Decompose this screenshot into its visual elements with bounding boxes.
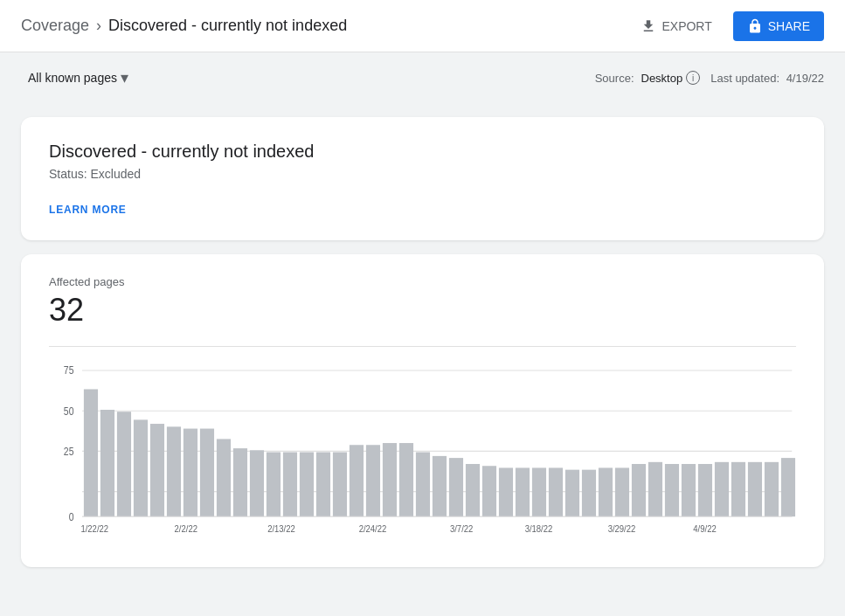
svg-rect-29 bbox=[416, 453, 430, 517]
svg-rect-14 bbox=[167, 426, 181, 516]
svg-rect-26 bbox=[366, 445, 380, 516]
svg-rect-50 bbox=[765, 462, 779, 516]
header-actions: EXPORT SHARE bbox=[630, 11, 824, 41]
svg-rect-23 bbox=[316, 453, 330, 517]
svg-rect-10 bbox=[100, 410, 114, 516]
svg-rect-30 bbox=[433, 456, 447, 516]
svg-text:3/7/22: 3/7/22 bbox=[450, 523, 474, 534]
svg-rect-19 bbox=[250, 450, 264, 516]
svg-rect-36 bbox=[532, 467, 546, 516]
svg-rect-21 bbox=[283, 453, 297, 517]
lock-icon bbox=[747, 18, 763, 34]
svg-rect-17 bbox=[217, 439, 231, 516]
export-icon bbox=[641, 18, 656, 34]
svg-rect-11 bbox=[117, 412, 131, 516]
svg-rect-46 bbox=[698, 464, 712, 516]
export-button[interactable]: EXPORT bbox=[630, 11, 722, 41]
svg-rect-37 bbox=[549, 467, 563, 516]
svg-rect-49 bbox=[748, 462, 762, 516]
learn-more-button[interactable]: LEARN MORE bbox=[49, 204, 127, 216]
svg-text:75: 75 bbox=[64, 365, 74, 377]
svg-rect-47 bbox=[715, 462, 729, 516]
filter-left: All known pages ▾ bbox=[21, 63, 135, 93]
chart-card: Affected pages 32 75 50 25 0 bbox=[21, 254, 824, 567]
pages-filter-dropdown[interactable]: All known pages ▾ bbox=[21, 63, 135, 93]
svg-text:0: 0 bbox=[69, 511, 74, 523]
svg-rect-12 bbox=[134, 419, 148, 516]
source-value: Desktop bbox=[641, 72, 683, 85]
svg-rect-22 bbox=[300, 453, 314, 517]
svg-rect-15 bbox=[184, 429, 197, 517]
svg-text:3/29/22: 3/29/22 bbox=[608, 523, 636, 534]
svg-rect-28 bbox=[399, 443, 413, 516]
svg-rect-40 bbox=[599, 467, 613, 516]
svg-rect-42 bbox=[632, 464, 646, 516]
svg-rect-27 bbox=[383, 443, 397, 516]
affected-pages-label: Affected pages bbox=[49, 275, 796, 288]
svg-rect-16 bbox=[200, 429, 214, 517]
svg-text:2/2/22: 2/2/22 bbox=[175, 523, 198, 534]
svg-rect-35 bbox=[516, 467, 530, 516]
svg-rect-31 bbox=[449, 458, 463, 516]
svg-rect-44 bbox=[665, 464, 679, 516]
svg-rect-20 bbox=[267, 453, 281, 517]
share-button[interactable]: SHARE bbox=[733, 11, 824, 41]
svg-rect-34 bbox=[499, 467, 513, 516]
breadcrumb-current: Discovered - currently not indexed bbox=[108, 17, 347, 35]
svg-rect-43 bbox=[648, 462, 662, 516]
svg-rect-41 bbox=[615, 467, 629, 516]
svg-rect-9 bbox=[84, 389, 98, 516]
svg-rect-38 bbox=[565, 470, 579, 517]
svg-rect-33 bbox=[482, 466, 496, 516]
filter-right: Source: Desktop i Last updated: 4/19/22 bbox=[595, 71, 824, 85]
source-info-icon[interactable]: i bbox=[686, 71, 700, 85]
bar-chart: 75 50 25 0 bbox=[49, 361, 796, 553]
svg-text:4/9/22: 4/9/22 bbox=[693, 523, 717, 534]
svg-text:25: 25 bbox=[64, 446, 74, 457]
svg-text:50: 50 bbox=[64, 405, 74, 417]
chart-container: 75 50 25 0 bbox=[49, 361, 796, 553]
svg-text:3/18/22: 3/18/22 bbox=[525, 523, 553, 534]
svg-rect-24 bbox=[333, 453, 347, 517]
breadcrumb-parent[interactable]: Coverage bbox=[21, 17, 89, 35]
svg-rect-45 bbox=[682, 464, 696, 516]
svg-rect-25 bbox=[350, 445, 364, 516]
main-content: Discovered - currently not indexed Statu… bbox=[0, 103, 845, 581]
chart-divider bbox=[49, 346, 796, 347]
svg-rect-48 bbox=[731, 462, 745, 516]
chevron-down-icon: ▾ bbox=[121, 68, 128, 87]
svg-rect-13 bbox=[150, 424, 164, 516]
affected-pages-count: 32 bbox=[49, 292, 796, 329]
app-header: Coverage › Discovered - currently not in… bbox=[0, 0, 845, 52]
svg-text:1/22/22: 1/22/22 bbox=[80, 523, 108, 534]
status-badge: Status: Excluded bbox=[49, 167, 796, 181]
filter-label: All known pages bbox=[28, 71, 117, 85]
filter-bar: All known pages ▾ Source: Desktop i Last… bbox=[0, 52, 845, 103]
page-title: Discovered - currently not indexed bbox=[49, 142, 796, 162]
svg-rect-51 bbox=[781, 458, 795, 516]
info-card: Discovered - currently not indexed Statu… bbox=[21, 117, 824, 240]
svg-rect-32 bbox=[466, 464, 480, 516]
svg-rect-39 bbox=[582, 470, 596, 517]
svg-text:2/13/22: 2/13/22 bbox=[267, 523, 295, 534]
breadcrumb: Coverage › Discovered - currently not in… bbox=[21, 17, 347, 35]
source-prefix: Source: bbox=[595, 72, 634, 85]
svg-rect-18 bbox=[233, 448, 247, 516]
last-updated: Last updated: 4/19/22 bbox=[710, 72, 824, 85]
breadcrumb-separator: › bbox=[96, 17, 101, 35]
svg-text:2/24/22: 2/24/22 bbox=[359, 523, 387, 534]
